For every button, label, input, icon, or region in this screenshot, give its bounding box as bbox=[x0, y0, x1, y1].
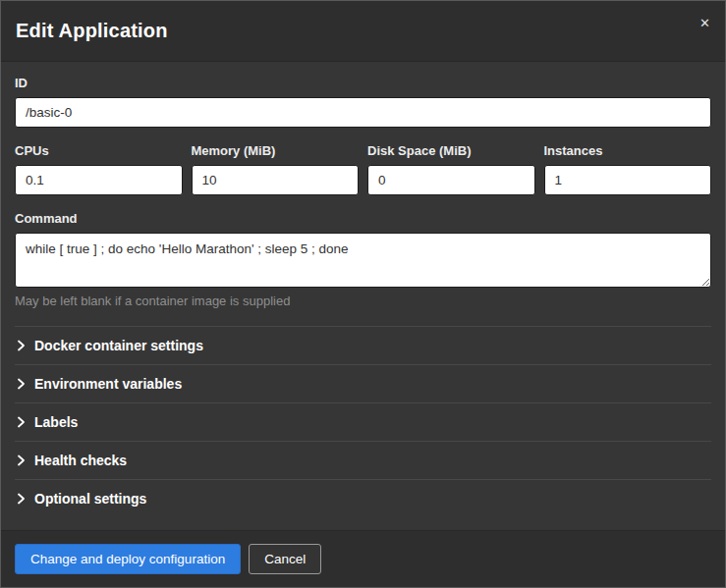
section-environment-variables[interactable]: Environment variables bbox=[15, 364, 711, 402]
modal-body: ID CPUs Memory (MiB) Disk Space (MiB) In… bbox=[1, 62, 725, 530]
section-health-checks[interactable]: Health checks bbox=[15, 441, 711, 479]
collapsible-sections: Docker container settings Environment va… bbox=[15, 326, 711, 517]
section-optional-settings[interactable]: Optional settings bbox=[15, 479, 711, 517]
chevron-right-icon bbox=[17, 493, 26, 505]
section-label: Health checks bbox=[34, 453, 127, 468]
command-help-text: May be left blank if a container image i… bbox=[15, 294, 711, 308]
section-label: Labels bbox=[34, 414, 78, 430]
chevron-right-icon bbox=[17, 416, 26, 428]
cpus-label: CPUs bbox=[15, 143, 183, 158]
id-label: ID bbox=[15, 76, 711, 90]
cpus-field-group: CPUs bbox=[15, 143, 183, 195]
command-input[interactable]: while [ true ] ; do echo 'Hello Marathon… bbox=[15, 233, 711, 288]
command-field-group: Command while [ true ] ; do echo 'Hello … bbox=[15, 211, 711, 308]
disk-input[interactable] bbox=[367, 165, 535, 195]
disk-label: Disk Space (MiB) bbox=[367, 143, 535, 158]
chevron-right-icon bbox=[17, 454, 26, 466]
id-field-group: ID bbox=[15, 76, 711, 128]
memory-input[interactable] bbox=[192, 165, 360, 195]
section-docker-container-settings[interactable]: Docker container settings bbox=[15, 326, 711, 364]
instances-field-group: Instances bbox=[544, 143, 712, 195]
cancel-button[interactable]: Cancel bbox=[249, 544, 321, 574]
memory-field-group: Memory (MiB) bbox=[192, 143, 360, 195]
instances-input[interactable] bbox=[544, 165, 712, 195]
chevron-right-icon bbox=[17, 378, 26, 390]
section-label: Docker container settings bbox=[34, 338, 203, 353]
disk-field-group: Disk Space (MiB) bbox=[367, 143, 535, 195]
section-label: Optional settings bbox=[34, 491, 146, 507]
chevron-right-icon bbox=[17, 340, 26, 351]
instances-label: Instances bbox=[544, 143, 712, 158]
cpus-input[interactable] bbox=[15, 165, 183, 195]
id-input[interactable] bbox=[15, 97, 711, 128]
close-icon[interactable]: ✕ bbox=[699, 17, 710, 29]
modal-title: Edit Application bbox=[16, 20, 168, 42]
memory-label: Memory (MiB) bbox=[192, 143, 360, 158]
command-label: Command bbox=[15, 211, 711, 226]
section-label: Environment variables bbox=[34, 376, 182, 392]
modal-footer: Change and deploy configuration Cancel bbox=[1, 530, 725, 587]
modal-header: Edit Application ✕ bbox=[1, 1, 725, 62]
resources-row: CPUs Memory (MiB) Disk Space (MiB) Insta… bbox=[15, 143, 711, 195]
section-labels[interactable]: Labels bbox=[15, 402, 711, 441]
edit-application-modal: Edit Application ✕ ID CPUs Memory (MiB) … bbox=[0, 0, 726, 588]
change-and-deploy-button[interactable]: Change and deploy configuration bbox=[15, 544, 241, 574]
